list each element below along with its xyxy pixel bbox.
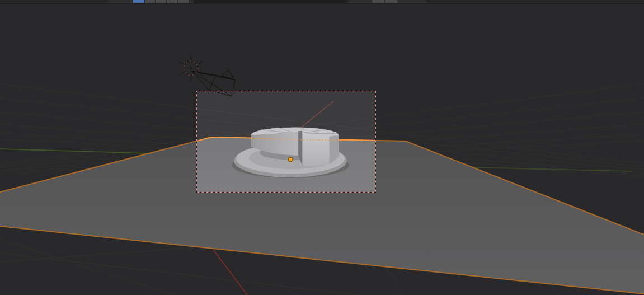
topbar-button-7[interactable] <box>385 0 397 3</box>
topbar-button-5[interactable] <box>178 0 189 3</box>
topbar-button-4[interactable] <box>167 0 177 3</box>
topbar-button-active[interactable] <box>133 0 144 3</box>
topbar-button-3[interactable] <box>156 0 166 3</box>
topbar-button-6[interactable] <box>372 0 384 3</box>
blender-window <box>0 0 644 295</box>
topbar-field[interactable] <box>194 0 346 3</box>
topbar-button-2[interactable] <box>145 0 155 3</box>
object-origin-dot[interactable] <box>288 157 293 162</box>
topbar <box>0 0 644 4</box>
viewport-3d[interactable] <box>0 0 644 295</box>
cake-wedge-front <box>302 133 330 166</box>
